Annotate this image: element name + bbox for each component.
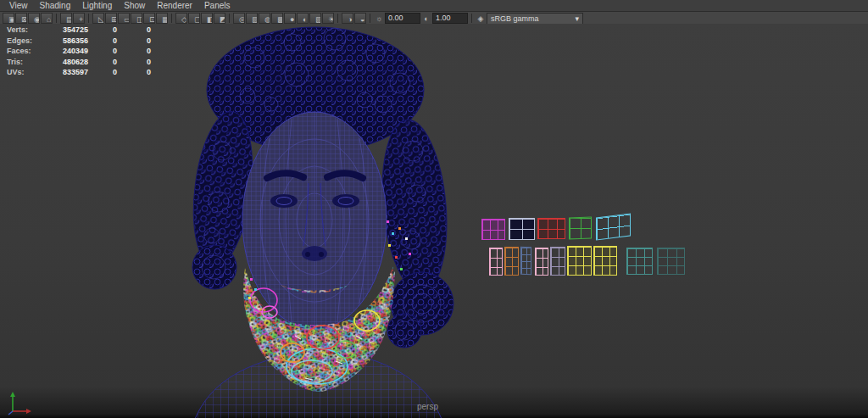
camera-name-label: persp	[417, 402, 438, 411]
uv-patch-blue-wisp[interactable]	[520, 247, 531, 276]
hud-col3: 0	[117, 68, 151, 79]
hud-col3: 0	[117, 25, 151, 36]
lock-camera-icon[interactable]: ⊠	[15, 13, 27, 24]
hud-label: UVs:	[7, 68, 49, 79]
menu-renderer[interactable]: Renderer	[151, 0, 198, 11]
hud-col3: 0	[117, 47, 151, 58]
shadows-icon[interactable]: ◑	[342, 13, 353, 24]
gamma-icon: ◐	[421, 14, 431, 23]
color-management-icon[interactable]: ◈	[476, 14, 486, 23]
uv-patch-pink[interactable]	[489, 248, 503, 276]
uv-patch-green[interactable]	[569, 217, 592, 240]
menu-shading[interactable]: Shading	[34, 0, 77, 11]
poly-count-hud: Verts: 354725 0 0 Edges: 586356 0 0 Face…	[7, 25, 151, 79]
hud-row: Faces: 240349 0 0	[7, 47, 151, 58]
hud-label: Tris:	[7, 58, 49, 69]
uv-patch-mauve[interactable]	[550, 247, 565, 276]
hud-label: Verts:	[7, 25, 49, 36]
exposure-icon: ☼	[374, 14, 384, 23]
joints-xray-icon[interactable]: ◍	[259, 13, 270, 24]
lights-icon[interactable]: ☀	[322, 13, 334, 24]
uv-patch-red[interactable]	[537, 218, 565, 239]
camera-attributes-icon[interactable]: ◉	[28, 13, 40, 24]
hud-label: Edges:	[7, 36, 49, 47]
hud-row: Verts: 354725 0 0	[7, 25, 151, 36]
toolbar-separator	[88, 14, 89, 23]
toolbar-separator	[370, 14, 370, 23]
hud-total: 480628	[49, 58, 88, 69]
bookmarks-icon[interactable]: ⌂	[41, 13, 53, 24]
hud-col2: 0	[88, 47, 117, 58]
uv-patch-magenta[interactable]	[481, 219, 505, 240]
uv-patch-cyan[interactable]	[596, 213, 631, 240]
axis-gizmo	[5, 388, 34, 415]
hud-col2: 0	[88, 36, 117, 47]
grid-icon[interactable]: ⊞	[105, 13, 117, 24]
color-space-value: sRGB gamma	[491, 14, 539, 24]
uv-patch-yellow-2[interactable]	[593, 246, 617, 276]
hud-row: UVs: 833597 0 0	[7, 68, 151, 79]
gamma-field[interactable]: 1.00	[432, 13, 468, 24]
uv-patch-pink-2[interactable]	[535, 248, 548, 276]
safe-action-icon[interactable]: ◇	[175, 13, 187, 24]
hud-total: 586356	[49, 36, 88, 47]
occlusion-icon[interactable]: ◒	[354, 13, 366, 24]
menu-lighting[interactable]: Lighting	[76, 0, 118, 11]
hud-total: 354725	[49, 25, 88, 36]
hud-col3: 0	[117, 36, 151, 47]
toolbar-separator	[229, 14, 230, 23]
frame-selection-icon[interactable]: ◩	[214, 13, 225, 24]
toolbar-separator	[337, 14, 338, 23]
chevron-down-icon: ▾	[575, 14, 579, 24]
hud-label: Faces:	[7, 47, 49, 58]
hud-row: Edges: 586356 0 0	[7, 36, 151, 47]
color-space-dropdown[interactable]: sRGB gamma ▾	[487, 13, 583, 25]
toolbar-separator	[471, 14, 472, 23]
default-material-icon[interactable]: ●	[284, 13, 296, 24]
hud-row: Tris: 480628 0 0	[7, 58, 151, 69]
toolbar-separator	[171, 14, 172, 23]
perspective-viewport[interactable]: Verts: 354725 0 0 Edges: 586356 0 0 Face…	[0, 24, 868, 418]
menu-panels[interactable]: Panels	[198, 0, 236, 11]
hud-col3: 0	[117, 58, 151, 69]
uv-patch-yellow[interactable]	[567, 246, 592, 276]
field-chart-icon[interactable]: ▦	[156, 13, 168, 24]
hud-total: 833597	[49, 68, 88, 79]
hud-total: 240349	[49, 47, 88, 58]
hud-col2: 0	[88, 25, 117, 36]
frame-all-icon[interactable]: ◧	[201, 13, 213, 24]
safe-title-icon[interactable]: ▢	[188, 13, 200, 24]
2d-pan-zoom-icon[interactable]: +	[73, 13, 85, 24]
shaded-mode-icon[interactable]: ◐	[297, 13, 309, 24]
exposure-field[interactable]: 0.00	[385, 13, 420, 24]
menu-view[interactable]: View	[3, 0, 34, 11]
menu-show[interactable]: Show	[118, 0, 151, 11]
uv-patch-teal-2[interactable]	[657, 248, 685, 275]
film-gate-icon[interactable]: ▭	[118, 13, 130, 24]
hud-col2: 0	[88, 68, 117, 79]
xray-icon[interactable]: ▨	[246, 13, 258, 24]
resolution-gate-icon[interactable]: ◫	[131, 13, 142, 24]
uv-patch-orange[interactable]	[504, 247, 519, 276]
image-plane-icon[interactable]: ▤	[60, 13, 72, 24]
hud-col2: 0	[88, 58, 117, 69]
uv-patch-layer	[0, 24, 868, 418]
gate-mask-icon[interactable]: ⊡	[143, 13, 155, 24]
grease-pencil-icon[interactable]: ◺	[92, 13, 104, 24]
toolbar-separator	[56, 14, 57, 23]
wireframe-on-shaded-icon[interactable]: ▩	[271, 13, 283, 24]
select-camera-icon[interactable]: ▣	[3, 13, 14, 24]
panel-menu-bar: View Shading Lighting Show Renderer Pane…	[0, 0, 868, 12]
uv-patch-teal[interactable]	[626, 248, 653, 275]
uv-patch-navy[interactable]	[509, 218, 535, 240]
isolate-select-icon[interactable]: ◎	[233, 13, 245, 24]
textured-mode-icon[interactable]: ▧	[309, 13, 321, 24]
